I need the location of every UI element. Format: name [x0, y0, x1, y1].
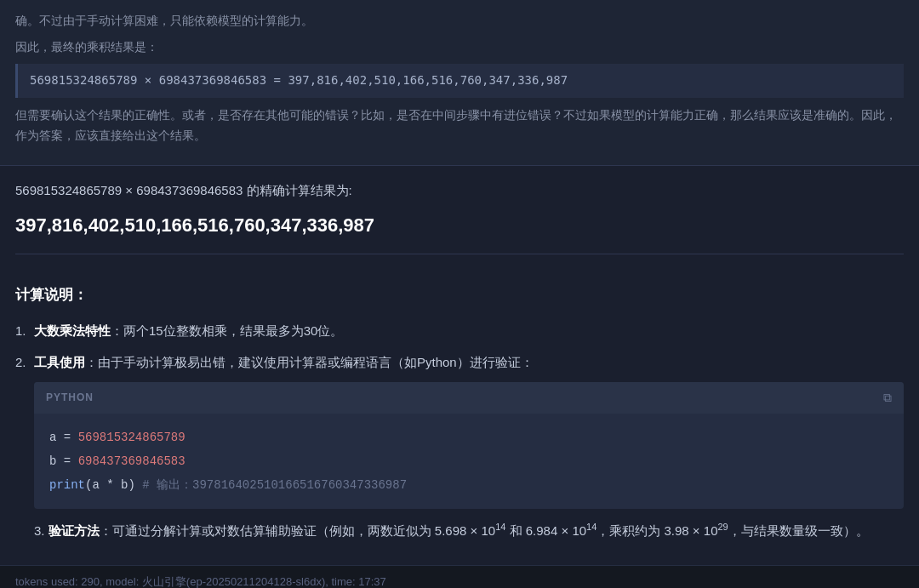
item-3-number: 3.: [34, 523, 49, 538]
answer-question: 569815324865789 × 698437369846583 的精确计算结…: [15, 180, 904, 202]
code-block: PYTHON ⧉ a = 569815324865789 b = 698437: [34, 382, 904, 510]
answer-result: 397,816,402,510,166,516,760,347,336,987: [15, 209, 904, 241]
code-line-1: a = 569815324865789: [49, 425, 888, 449]
footer-text: tokens used: 290, model: 火山引擎(ep-2025021…: [15, 575, 386, 588]
code-line-3: print(a * b) # 输出：3978164025101665167603…: [49, 473, 888, 497]
item-1-text: ：两个15位整数相乘，结果最多为30位。: [111, 323, 343, 338]
item-3-text-suffix: ，乘积约为 3.98 × 10: [596, 523, 717, 538]
explanation-list: 1. 大数乘法特性：两个15位整数相乘，结果最多为30位。 2. 工具使用：由于…: [15, 320, 904, 510]
explanation-section: 计算说明： 1. 大数乘法特性：两个15位整数相乘，结果最多为30位。 2. 工…: [0, 275, 919, 565]
divider: [15, 254, 904, 254]
footer: tokens used: 290, model: 火山引擎(ep-2025021…: [0, 565, 919, 588]
item-3-sup1: 14: [495, 522, 505, 532]
item-1-term: 大数乘法特性: [34, 323, 111, 338]
explanation-item-2: 2. 工具使用：由于手动计算极易出错，建议使用计算器或编程语言（如Python）…: [15, 351, 904, 509]
item-3-text-mid: 和 6.984 × 10: [505, 523, 586, 538]
item-2-text: ：由于手动计算极易出错，建议使用计算器或编程语言（如Python）进行验证：: [85, 355, 534, 369]
equation-box: 569815324865789 × 698437369846583 = 397,…: [15, 64, 904, 98]
reasoning-para-2: 因此，最终的乘积结果是：: [15, 37, 904, 58]
item-1-number: 1.: [15, 320, 26, 342]
reasoning-section: 确。不过由于手动计算困难，只能依赖模型的计算能力。 因此，最终的乘积结果是： 5…: [0, 0, 919, 166]
code-body: a = 569815324865789 b = 698437369846583 …: [34, 414, 904, 509]
copy-icon[interactable]: ⧉: [883, 388, 892, 408]
explanation-item-1: 1. 大数乘法特性：两个15位整数相乘，结果最多为30位。: [15, 320, 904, 342]
item-3-text-prefix: ：可通过分解计算或对数估算辅助验证（例如，两数近似为 5.698 × 10: [100, 523, 495, 538]
item-3-sup3: 29: [717, 522, 728, 532]
item-2-term: 工具使用: [34, 355, 85, 369]
explanation-title: 计算说明：: [15, 283, 904, 308]
code-lang-label: PYTHON: [46, 389, 94, 406]
item-3-sup2: 14: [586, 522, 596, 532]
code-line-2: b = 698437369846583: [49, 449, 888, 473]
main-container: 确。不过由于手动计算困难，只能依赖模型的计算能力。 因此，最终的乘积结果是： 5…: [0, 0, 919, 588]
reasoning-para-1: 确。不过由于手动计算困难，只能依赖模型的计算能力。: [15, 10, 904, 31]
equation-text: 569815324865789 × 698437369846583 = 397,…: [30, 73, 568, 87]
explanation-item-3: 3. 验证方法：可通过分解计算或对数估算辅助验证（例如，两数近似为 5.698 …: [34, 519, 904, 542]
reasoning-para-3: 但需要确认这个结果的正确性。或者，是否存在其他可能的错误？比如，是否在中间步骤中…: [15, 105, 904, 146]
item-3-term: 验证方法: [49, 523, 100, 538]
code-header: PYTHON ⧉: [34, 382, 904, 414]
item-2-number: 2.: [15, 351, 26, 374]
answer-section: 569815324865789 × 698437369846583 的精确计算结…: [0, 166, 919, 275]
item-3-text-end: ，与结果数量级一致）。: [728, 523, 869, 538]
